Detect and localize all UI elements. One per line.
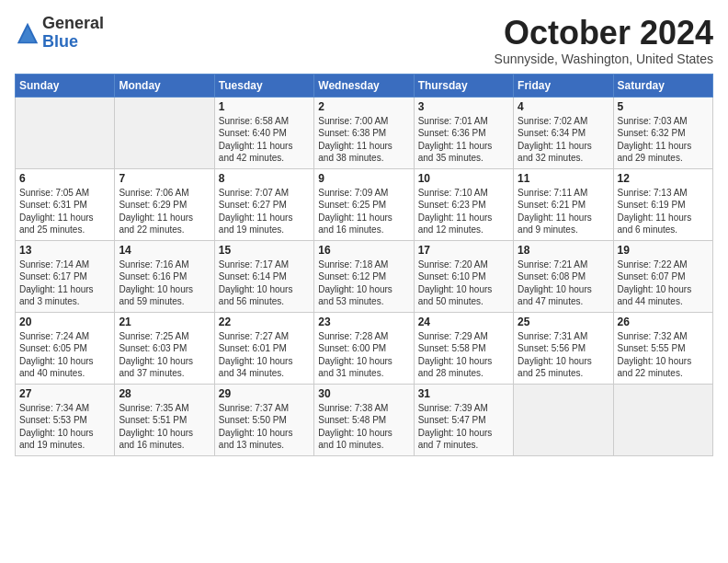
day-cell: 5Sunrise: 7:03 AM Sunset: 6:32 PM Daylig…: [613, 97, 712, 168]
col-saturday: Saturday: [613, 74, 712, 97]
day-info: Sunrise: 7:14 AM Sunset: 6:17 PM Dayligh…: [19, 259, 110, 308]
day-info: Sunrise: 7:27 AM Sunset: 6:01 PM Dayligh…: [219, 330, 310, 380]
calendar-table: Sunday Monday Tuesday Wednesday Thursday…: [15, 74, 713, 456]
day-number: 4: [518, 100, 609, 113]
day-info: Sunrise: 7:29 AM Sunset: 5:58 PM Dayligh…: [418, 330, 509, 380]
header-row: Sunday Monday Tuesday Wednesday Thursday…: [16, 74, 713, 97]
day-cell: 11Sunrise: 7:11 AM Sunset: 6:21 PM Dayli…: [514, 168, 613, 240]
day-cell: 31Sunrise: 7:39 AM Sunset: 5:47 PM Dayli…: [414, 384, 513, 455]
col-tuesday: Tuesday: [214, 74, 313, 97]
day-cell: [613, 384, 712, 455]
day-number: 16: [318, 244, 409, 257]
day-cell: 23Sunrise: 7:28 AM Sunset: 6:00 PM Dayli…: [314, 312, 414, 384]
day-number: 1: [219, 100, 310, 113]
day-info: Sunrise: 7:07 AM Sunset: 6:27 PM Dayligh…: [219, 187, 310, 236]
day-cell: 22Sunrise: 7:27 AM Sunset: 6:01 PM Dayli…: [214, 312, 313, 384]
day-number: 3: [418, 100, 509, 113]
day-cell: 1Sunrise: 6:58 AM Sunset: 6:40 PM Daylig…: [214, 97, 313, 168]
col-thursday: Thursday: [414, 74, 513, 97]
day-number: 30: [318, 387, 409, 400]
day-cell: [115, 97, 214, 168]
day-number: 22: [219, 316, 310, 328]
logo-text: General Blue: [42, 15, 104, 52]
week-row-5: 27Sunrise: 7:34 AM Sunset: 5:53 PM Dayli…: [16, 384, 713, 455]
week-row-3: 13Sunrise: 7:14 AM Sunset: 6:17 PM Dayli…: [16, 240, 713, 312]
day-cell: 24Sunrise: 7:29 AM Sunset: 5:58 PM Dayli…: [414, 312, 513, 384]
day-cell: 30Sunrise: 7:38 AM Sunset: 5:48 PM Dayli…: [314, 384, 414, 455]
day-cell: 13Sunrise: 7:14 AM Sunset: 6:17 PM Dayli…: [16, 240, 115, 312]
col-wednesday: Wednesday: [314, 74, 414, 97]
day-number: 11: [518, 172, 609, 185]
logo: General Blue: [15, 15, 104, 52]
day-info: Sunrise: 6:58 AM Sunset: 6:40 PM Dayligh…: [219, 115, 310, 165]
day-info: Sunrise: 7:06 AM Sunset: 6:29 PM Dayligh…: [119, 187, 210, 236]
calendar-body: 1Sunrise: 6:58 AM Sunset: 6:40 PM Daylig…: [16, 97, 713, 455]
logo-general-text: General: [42, 14, 104, 32]
day-number: 13: [19, 244, 110, 257]
week-row-1: 1Sunrise: 6:58 AM Sunset: 6:40 PM Daylig…: [16, 97, 713, 168]
day-number: 9: [318, 172, 409, 185]
day-info: Sunrise: 7:24 AM Sunset: 6:05 PM Dayligh…: [19, 330, 110, 380]
day-cell: 20Sunrise: 7:24 AM Sunset: 6:05 PM Dayli…: [16, 312, 115, 384]
logo-icon: [15, 20, 40, 46]
day-cell: 15Sunrise: 7:17 AM Sunset: 6:14 PM Dayli…: [214, 240, 313, 312]
day-number: 10: [418, 172, 509, 185]
day-cell: 3Sunrise: 7:01 AM Sunset: 6:36 PM Daylig…: [414, 97, 513, 168]
day-cell: 2Sunrise: 7:00 AM Sunset: 6:38 PM Daylig…: [314, 97, 414, 168]
day-cell: 14Sunrise: 7:16 AM Sunset: 6:16 PM Dayli…: [115, 240, 214, 312]
day-info: Sunrise: 7:05 AM Sunset: 6:31 PM Dayligh…: [19, 187, 110, 236]
week-row-4: 20Sunrise: 7:24 AM Sunset: 6:05 PM Dayli…: [16, 312, 713, 384]
day-info: Sunrise: 7:18 AM Sunset: 6:12 PM Dayligh…: [318, 259, 409, 308]
day-cell: 8Sunrise: 7:07 AM Sunset: 6:27 PM Daylig…: [214, 168, 313, 240]
day-number: 21: [119, 316, 210, 328]
day-cell: 18Sunrise: 7:21 AM Sunset: 6:08 PM Dayli…: [514, 240, 613, 312]
day-number: 8: [219, 172, 310, 185]
day-number: 26: [618, 316, 709, 328]
day-number: 5: [618, 100, 709, 113]
day-cell: 25Sunrise: 7:31 AM Sunset: 5:56 PM Dayli…: [514, 312, 613, 384]
day-cell: 27Sunrise: 7:34 AM Sunset: 5:53 PM Dayli…: [16, 384, 115, 455]
day-cell: 7Sunrise: 7:06 AM Sunset: 6:29 PM Daylig…: [115, 168, 214, 240]
day-cell: 17Sunrise: 7:20 AM Sunset: 6:10 PM Dayli…: [414, 240, 513, 312]
day-info: Sunrise: 7:01 AM Sunset: 6:36 PM Dayligh…: [418, 115, 509, 165]
col-sunday: Sunday: [16, 74, 115, 97]
day-number: 15: [219, 244, 310, 257]
day-info: Sunrise: 7:34 AM Sunset: 5:53 PM Dayligh…: [19, 402, 110, 452]
day-cell: 16Sunrise: 7:18 AM Sunset: 6:12 PM Dayli…: [314, 240, 414, 312]
day-info: Sunrise: 7:38 AM Sunset: 5:48 PM Dayligh…: [318, 402, 409, 452]
day-number: 27: [19, 387, 110, 400]
logo-blue-text: Blue: [42, 32, 78, 51]
day-info: Sunrise: 7:35 AM Sunset: 5:51 PM Dayligh…: [119, 402, 210, 452]
day-cell: 9Sunrise: 7:09 AM Sunset: 6:25 PM Daylig…: [314, 168, 414, 240]
day-number: 14: [119, 244, 210, 257]
day-cell: 21Sunrise: 7:25 AM Sunset: 6:03 PM Dayli…: [115, 312, 214, 384]
location-subtitle: Sunnyside, Washington, United States: [495, 52, 713, 66]
day-number: 19: [618, 244, 709, 257]
day-info: Sunrise: 7:02 AM Sunset: 6:34 PM Dayligh…: [518, 115, 609, 165]
day-number: 29: [219, 387, 310, 400]
day-number: 31: [418, 387, 509, 400]
col-monday: Monday: [115, 74, 214, 97]
day-number: 6: [19, 172, 110, 185]
day-cell: 12Sunrise: 7:13 AM Sunset: 6:19 PM Dayli…: [613, 168, 712, 240]
week-row-2: 6Sunrise: 7:05 AM Sunset: 6:31 PM Daylig…: [16, 168, 713, 240]
col-friday: Friday: [514, 74, 613, 97]
day-number: 24: [418, 316, 509, 328]
day-info: Sunrise: 7:17 AM Sunset: 6:14 PM Dayligh…: [219, 259, 310, 308]
day-cell: 26Sunrise: 7:32 AM Sunset: 5:55 PM Dayli…: [613, 312, 712, 384]
day-number: 17: [418, 244, 509, 257]
day-info: Sunrise: 7:20 AM Sunset: 6:10 PM Dayligh…: [418, 259, 509, 308]
month-title: October 2024: [495, 15, 713, 52]
day-info: Sunrise: 7:22 AM Sunset: 6:07 PM Dayligh…: [618, 259, 709, 308]
day-info: Sunrise: 7:13 AM Sunset: 6:19 PM Dayligh…: [618, 187, 709, 236]
title-block: October 2024 Sunnyside, Washington, Unit…: [495, 15, 713, 66]
day-number: 25: [518, 316, 609, 328]
day-number: 28: [119, 387, 210, 400]
day-info: Sunrise: 7:09 AM Sunset: 6:25 PM Dayligh…: [318, 187, 409, 236]
day-info: Sunrise: 7:16 AM Sunset: 6:16 PM Dayligh…: [119, 259, 210, 308]
day-number: 23: [318, 316, 409, 328]
day-info: Sunrise: 7:25 AM Sunset: 6:03 PM Dayligh…: [119, 330, 210, 380]
day-info: Sunrise: 7:11 AM Sunset: 6:21 PM Dayligh…: [518, 187, 609, 236]
day-cell: 28Sunrise: 7:35 AM Sunset: 5:51 PM Dayli…: [115, 384, 214, 455]
day-cell: 19Sunrise: 7:22 AM Sunset: 6:07 PM Dayli…: [613, 240, 712, 312]
